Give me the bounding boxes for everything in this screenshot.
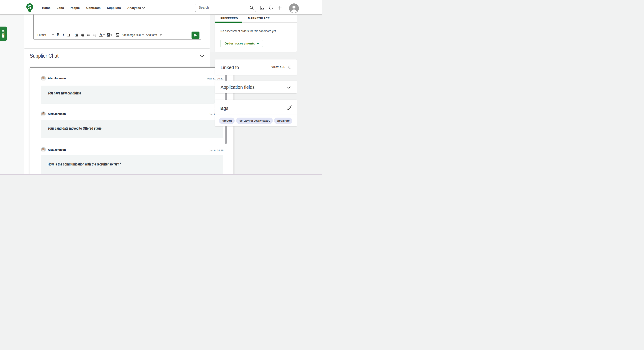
svg-text:S: S bbox=[28, 4, 32, 11]
svg-text:1: 1 bbox=[75, 34, 76, 35]
svg-text:2: 2 bbox=[75, 36, 76, 36]
